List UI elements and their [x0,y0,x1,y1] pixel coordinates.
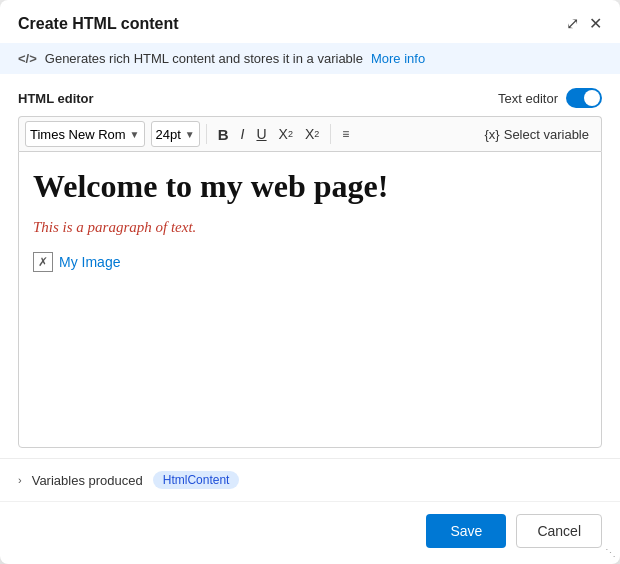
bold-button[interactable]: B [213,121,234,147]
editor-label-row: HTML editor Text editor [18,88,602,108]
italic-button[interactable]: I [236,121,250,147]
superscript-button[interactable]: X2 [300,121,324,147]
font-name-chevron: ▼ [130,129,140,140]
create-html-dialog: Create HTML content ⤢ ✕ </> Generates ri… [0,0,620,564]
font-size-select[interactable]: 24pt ▼ [151,121,200,147]
variable-badge: HtmlContent [153,471,240,489]
code-icon: </> [18,51,37,66]
font-name-value: Times New Rom [30,127,126,142]
text-editor-label: Text editor [498,91,558,106]
image-label: My Image [59,254,120,270]
dialog-title: Create HTML content [18,15,179,33]
variable-icon: {x} [485,127,500,142]
variables-row: › Variables produced HtmlContent [0,458,620,501]
editor-toolbar: Times New Rom ▼ 24pt ▼ B I U X2 X2 ≡ {x}… [18,116,602,151]
save-button[interactable]: Save [426,514,506,548]
font-name-select[interactable]: Times New Rom ▼ [25,121,145,147]
editor-toggle[interactable] [566,88,602,108]
editor-content-area[interactable]: Welcome to my web page! This is a paragr… [18,151,602,448]
editor-heading: Welcome to my web page! [33,168,587,205]
select-variable-label: Select variable [504,127,589,142]
text-editor-toggle-row: Text editor [498,88,602,108]
font-size-value: 24pt [156,127,181,142]
dialog-header: Create HTML content ⤢ ✕ [0,0,620,43]
font-size-chevron: ▼ [185,129,195,140]
image-icon: ✗ [33,252,53,272]
close-icon[interactable]: ✕ [589,14,602,33]
align-button[interactable]: ≡ [337,121,354,147]
editor-image-row: ✗ My Image [33,252,587,272]
resize-handle[interactable]: ⋱ [605,547,616,560]
editor-section: HTML editor Text editor Times New Rom ▼ … [0,74,620,448]
header-icons: ⤢ ✕ [566,14,602,33]
html-editor-label: HTML editor [18,91,94,106]
variables-label: Variables produced [32,473,143,488]
subscript-button[interactable]: X2 [274,121,298,147]
toolbar-divider-1 [206,124,207,144]
expand-icon[interactable]: ⤢ [566,14,579,33]
cancel-button[interactable]: Cancel [516,514,602,548]
editor-paragraph: This is a paragraph of text. [33,219,587,236]
variables-chevron[interactable]: › [18,474,22,486]
info-bar: </> Generates rich HTML content and stor… [0,43,620,74]
toolbar-divider-2 [330,124,331,144]
dialog-footer: Save Cancel [0,501,620,564]
underline-button[interactable]: U [251,121,271,147]
more-info-link[interactable]: More info [371,51,425,66]
select-variable-button[interactable]: {x} Select variable [479,125,595,144]
info-bar-text: Generates rich HTML content and stores i… [45,51,363,66]
